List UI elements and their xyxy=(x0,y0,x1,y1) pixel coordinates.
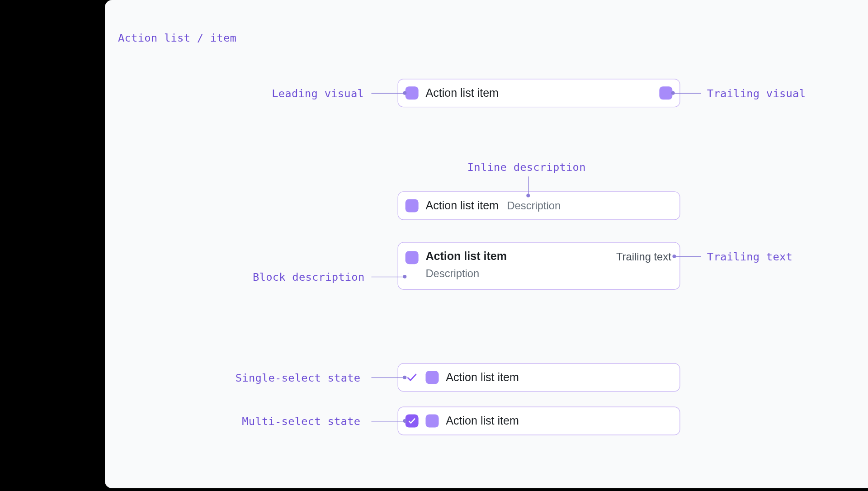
connector-dot xyxy=(403,91,406,95)
item-label: Action list item xyxy=(425,250,507,263)
item-block-description: Description xyxy=(425,268,507,280)
item-label: Action list item xyxy=(425,199,499,212)
connector-line xyxy=(371,378,405,378)
page-title: Action list / item xyxy=(118,32,236,44)
item-label: Action list item xyxy=(446,371,519,384)
connector-dot xyxy=(403,376,406,379)
connector-line xyxy=(371,421,405,421)
action-list-item-block-desc[interactable]: Action list item Description Trailing te… xyxy=(397,242,680,289)
connector-dot xyxy=(672,255,676,258)
action-list-item-basic[interactable]: Action list item xyxy=(397,79,680,107)
connector-line xyxy=(371,93,405,94)
annotation-inline-description: Inline description xyxy=(467,161,586,174)
action-list-item-single-select[interactable]: Action list item xyxy=(397,363,680,392)
annotation-trailing-visual: Trailing visual xyxy=(707,87,806,100)
connector-line xyxy=(371,277,405,277)
item-text-column: Action list item Description xyxy=(425,250,507,280)
item-label: Action list item xyxy=(425,86,499,99)
annotation-trailing-text: Trailing text xyxy=(707,250,793,263)
leading-visual-swatch xyxy=(406,199,419,212)
connector-dot xyxy=(671,91,675,95)
annotation-multi-select: Multi-select state xyxy=(242,415,360,428)
action-list-item-multi-select[interactable]: Action list item xyxy=(397,406,680,435)
leading-visual-swatch xyxy=(406,251,419,264)
annotation-block-description: Block description xyxy=(253,271,364,283)
item-trailing-text: Trailing text xyxy=(616,251,671,264)
connector-line xyxy=(528,176,528,195)
check-icon xyxy=(406,371,419,384)
diagram-frame: Action list / item Action list item Lead… xyxy=(105,0,868,488)
item-label: Action list item xyxy=(446,414,519,427)
annotation-leading-visual: Leading visual xyxy=(272,87,364,100)
leading-visual-swatch xyxy=(406,86,419,99)
checkbox-checked-icon xyxy=(406,414,419,427)
action-list-item-inline-desc[interactable]: Action list item Description xyxy=(397,191,680,220)
item-inline-description: Description xyxy=(507,199,561,212)
annotation-single-select: Single-select state xyxy=(236,372,361,384)
connector-dot xyxy=(403,419,406,423)
connector-dot xyxy=(403,275,406,279)
trailing-visual-swatch xyxy=(659,86,672,99)
connector-line xyxy=(673,93,701,94)
connector-dot xyxy=(526,194,530,198)
connector-line xyxy=(674,256,701,257)
leading-visual-swatch xyxy=(425,414,439,427)
leading-visual-swatch xyxy=(425,371,439,384)
